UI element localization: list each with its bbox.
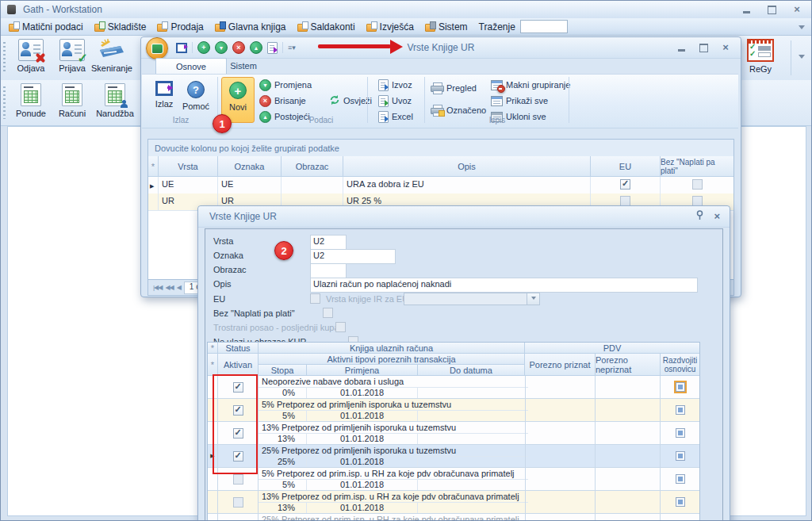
dialog2-titlebar: Vrste Knjige UR × — [198, 206, 730, 228]
col-header-status[interactable]: Status — [218, 343, 259, 354]
col-header-opis[interactable]: Opis — [343, 156, 591, 177]
table-row[interactable]: ▶ UE UE URA za dobra iz EU — [148, 177, 733, 194]
obrazac-field[interactable] — [310, 263, 347, 278]
razdvojiti-checkbox[interactable] — [676, 497, 685, 507]
col-header-porezno-nepriznat[interactable]: Porezno nepriznat — [596, 354, 661, 376]
vrsta-knjige-ir-combo[interactable] — [404, 293, 540, 305]
pregled-button[interactable]: Pregled — [431, 81, 477, 95]
table-row-partial[interactable]: 25% Pretporez od prim.isp. u RH za koje … — [208, 514, 699, 521]
table-row[interactable]: 5% Pretporez od prim.isp. u RH za koje p… — [208, 468, 699, 491]
col-header-stopa[interactable]: Stopa — [259, 365, 307, 376]
eu-checkbox-checked[interactable] — [620, 179, 630, 190]
aktivan-checkbox-unchecked[interactable] — [233, 497, 243, 508]
annotation-arrow-shaft — [318, 44, 391, 48]
eu-checkbox[interactable] — [310, 293, 320, 304]
toolbar-overflow-icon[interactable] — [799, 55, 805, 62]
osvjezi-button[interactable]: Osvježi — [329, 94, 372, 108]
col-header-knjiga[interactable]: Knjiga ulaznih računa — [259, 343, 525, 354]
bez-naplati-checkbox[interactable] — [323, 308, 333, 318]
ribbon-separator — [367, 77, 368, 123]
dialog1-close-button[interactable]: × — [718, 42, 733, 53]
ponude-button[interactable]: Ponude — [9, 83, 53, 118]
oznaka-field[interactable]: U2 — [310, 249, 396, 264]
trostrani-checkbox[interactable] — [335, 322, 346, 332]
cell-vrsta: UE — [159, 177, 218, 193]
printer-marked-icon — [431, 105, 443, 116]
combo-dropdown-icon[interactable] — [527, 293, 539, 305]
nav-first-button[interactable]: |◀◀ — [153, 284, 162, 291]
col-header-porezno-priznat[interactable]: Porezno priznat — [525, 354, 596, 376]
table-row[interactable]: Neoporezive nabave dobara i usluga 0% 01… — [208, 376, 699, 399]
toolbar-drag-handle[interactable] — [3, 86, 6, 119]
promjena-button[interactable]: ▼Promjena — [259, 78, 312, 92]
close-button[interactable]: × — [787, 4, 806, 15]
racuni-button[interactable]: Računi — [50, 83, 94, 118]
cell-porezno-nepriznat — [596, 399, 661, 421]
menubar-overflow-icon[interactable] — [799, 25, 805, 33]
cell-primjena: 01.01.2018 — [307, 387, 418, 398]
search-input[interactable] — [520, 20, 568, 33]
izlaz-icon — [155, 81, 173, 96]
col-header-aktivni-tipovi[interactable]: Aktivni tipovi poreznih transakcija — [259, 354, 525, 365]
menu-glavna-knjiga[interactable]: Glavna knjiga — [215, 21, 286, 33]
menu-sistem[interactable]: Sistem — [425, 21, 468, 33]
dialog2-close-button[interactable]: × — [714, 213, 720, 220]
uvoz-button[interactable]: Uvoz — [378, 94, 412, 108]
search-label: Traženje — [479, 21, 515, 33]
tab-sistem[interactable]: Sistem — [211, 58, 276, 73]
col-header-vrsta[interactable]: Vrsta — [159, 156, 218, 177]
makni-grupiranje-button[interactable]: Makni grupiranje — [491, 78, 570, 92]
cell-do-datuma — [418, 433, 525, 444]
col-header-bez-naplati[interactable]: Bez "Naplati pa plati" — [661, 156, 733, 177]
razdvojiti-checkbox[interactable] — [676, 405, 685, 415]
toolbar-separator — [791, 40, 791, 75]
bez-checkbox-unchecked[interactable] — [692, 179, 703, 190]
izvoz-button[interactable]: Izvoz — [378, 78, 412, 92]
col-header-razdvojiti[interactable]: Razdvojiti osnovicu — [661, 354, 699, 376]
pin-icon[interactable] — [695, 210, 704, 222]
eu-label: EU — [213, 294, 225, 304]
cell-stopa: 13% — [259, 433, 307, 444]
cell-primjena: 01.01.2018 — [307, 433, 418, 444]
group-by-panel[interactable]: Dovucite kolonu po kojoj želite grupirat… — [148, 140, 733, 157]
menu-maticni-podaci[interactable]: Matični podaci — [9, 21, 83, 33]
menu-prodaja[interactable]: Prodaja — [157, 21, 203, 33]
col-header-eu[interactable]: EU — [591, 156, 661, 177]
col-header-obrazac[interactable]: Obrazac — [282, 156, 343, 177]
table-row[interactable]: 5% Pretporez od primljenih isporuka u tu… — [208, 399, 699, 422]
razdvojiti-checkbox[interactable] — [676, 451, 685, 461]
col-header-do-datuma[interactable]: Do datuma — [418, 365, 525, 376]
annotation-step-1: 1 — [213, 114, 232, 133]
minimize-button[interactable] — [737, 4, 756, 15]
razdvojiti-checkbox[interactable] — [676, 382, 685, 392]
maximize-button[interactable] — [762, 4, 781, 15]
nav-prev-button[interactable]: ◀ — [177, 284, 181, 291]
toolbar-drag-handle[interactable] — [3, 42, 6, 74]
col-header-pdv[interactable]: PDV — [525, 343, 699, 354]
col-header-aktivan[interactable]: Aktivan — [218, 354, 259, 376]
aktivan-checkbox-unchecked[interactable] — [233, 474, 243, 485]
nav-prev-page-button[interactable]: ◀◀ — [165, 284, 173, 291]
regy-button[interactable]: ✓✓ ReGy — [737, 39, 784, 74]
menu-skladiste[interactable]: Skladište — [94, 21, 147, 33]
prikazi-sve-button[interactable]: Prikaži sve — [491, 94, 548, 108]
table-row-selected[interactable]: ▶ 25% Pretporez od primljenih isporuka u… — [208, 445, 699, 468]
dialog1-maximize-button[interactable] — [696, 42, 710, 53]
odjava-button[interactable]: Odjava — [9, 39, 53, 73]
skeniranje-button[interactable]: Skeniranje — [86, 39, 137, 73]
razdvojiti-checkbox[interactable] — [676, 428, 685, 438]
menu-saldakonti[interactable]: Saldakonti — [297, 21, 355, 33]
dialog1-minimize-button[interactable] — [674, 42, 688, 53]
cell-porezno-priznat — [525, 468, 596, 490]
table-row[interactable]: 13% Pretporez od prim.isp. u RH za koje … — [208, 491, 699, 514]
brisanje-button[interactable]: ×Brisanje — [259, 94, 306, 108]
app-icon — [7, 5, 16, 14]
col-header-oznaka[interactable]: Oznaka — [218, 156, 282, 177]
dialog2-title: Vrste Knjige UR — [209, 211, 277, 222]
menu-izvjesca[interactable]: Izvješća — [366, 21, 414, 33]
opis-field[interactable]: Ulazni račun po naplaćenoj naknadi — [310, 278, 698, 293]
razdvojiti-checkbox[interactable] — [676, 474, 685, 484]
table-row[interactable]: 13% Pretporez od primljenih isporuka u t… — [208, 422, 699, 445]
vrsta-field[interactable]: U2 — [310, 235, 347, 250]
col-header-primjena[interactable]: Primjena — [307, 365, 418, 376]
